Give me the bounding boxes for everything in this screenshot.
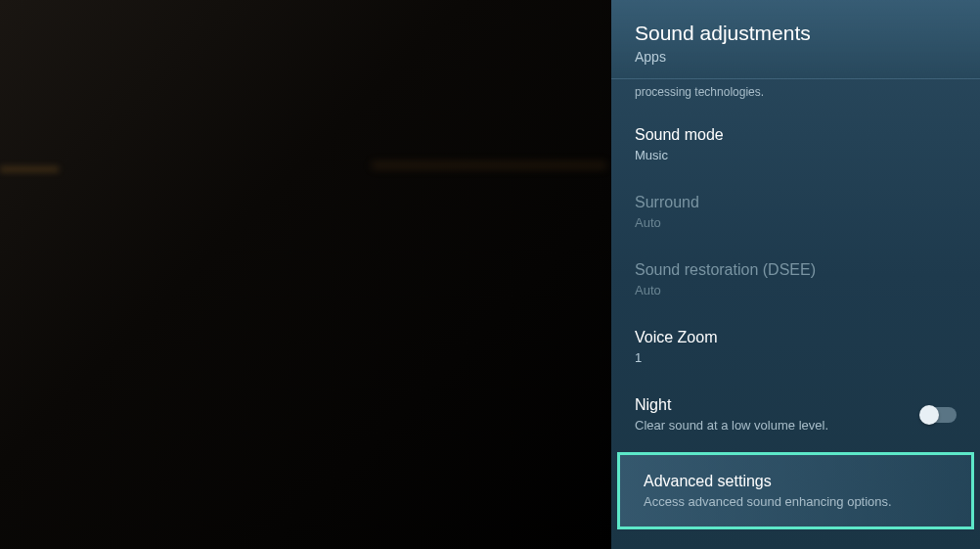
setting-label: Night	[635, 396, 912, 414]
settings-panel: Sound adjustments Apps processing techno…	[611, 0, 980, 549]
setting-sound-restoration[interactable]: Sound restoration (DSEE) Auto	[611, 246, 980, 313]
panel-header: Sound adjustments Apps	[611, 0, 980, 79]
setting-label: Surround	[635, 194, 957, 211]
setting-surround[interactable]: Surround Auto	[611, 178, 980, 246]
setting-description: Access advanced sound enhancing options.	[644, 494, 948, 509]
setting-label: Sound mode	[635, 126, 957, 144]
setting-label: Voice Zoom	[635, 329, 957, 346]
setting-value: Auto	[635, 283, 957, 297]
setting-value: 1	[635, 350, 957, 365]
setting-night[interactable]: Night Clear sound at a low volume level.	[611, 381, 980, 448]
setting-label: Sound restoration (DSEE)	[635, 261, 957, 279]
setting-label: Advanced settings	[644, 473, 948, 490]
setting-description: Clear sound at a low volume level.	[635, 418, 912, 433]
truncated-description: processing technologies.	[611, 79, 980, 111]
setting-sound-mode[interactable]: Sound mode Music	[611, 111, 980, 178]
setting-value: Auto	[635, 215, 957, 230]
content-preview-area	[0, 0, 611, 549]
panel-subtitle: Apps	[635, 49, 957, 65]
setting-advanced-settings[interactable]: Advanced settings Access advanced sound …	[617, 452, 974, 529]
panel-title: Sound adjustments	[635, 22, 957, 45]
setting-voice-zoom[interactable]: Voice Zoom 1	[611, 313, 980, 381]
settings-list[interactable]: processing technologies. Sound mode Musi…	[611, 79, 980, 529]
toggle-switch[interactable]	[921, 407, 957, 423]
setting-value: Music	[635, 148, 957, 162]
